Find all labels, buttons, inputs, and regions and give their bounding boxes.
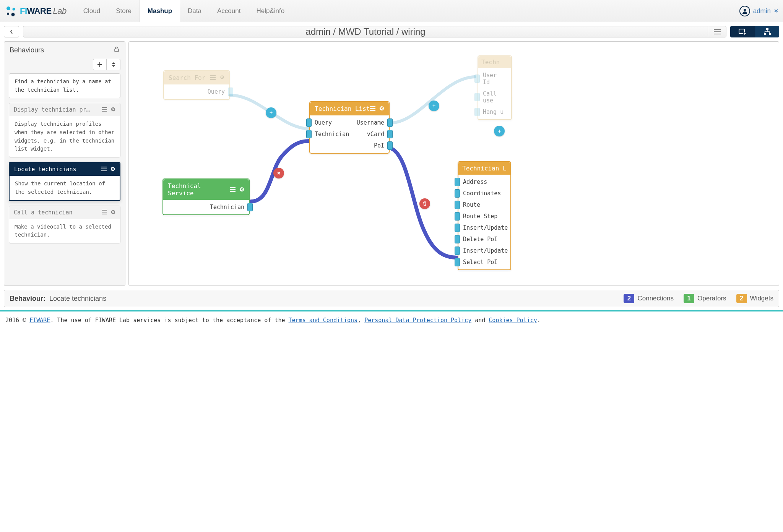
badge-count: 2 [624, 294, 634, 303]
close-icon[interactable] [110, 166, 115, 173]
svg-rect-10 [115, 49, 119, 52]
mode-add-button[interactable] [730, 26, 755, 37]
node-technical-service[interactable]: Technical Service Technician [162, 178, 250, 215]
chevron-down-icon [774, 7, 778, 15]
svg-point-0 [6, 6, 10, 10]
input-port[interactable] [474, 75, 480, 83]
delete-connection-button[interactable] [419, 198, 430, 209]
add-connection-button[interactable]: + [266, 107, 276, 118]
close-icon[interactable] [111, 209, 115, 216]
add-connection-button[interactable]: + [494, 126, 505, 136]
nav-data[interactable]: Data [180, 0, 210, 22]
node-techn-partial[interactable]: Techn User Id Call use Hang u [478, 55, 512, 120]
output-port[interactable] [387, 118, 393, 127]
badge-count: 1 [684, 294, 694, 303]
input-port[interactable] [455, 212, 460, 221]
behaviour-card[interactable]: Find a technician by a name at the techn… [9, 73, 120, 98]
top-nav: FIWARELab Cloud Store Mashup Data Accoun… [0, 0, 783, 22]
node-input: Call use [478, 88, 511, 106]
node-input: Route Step [458, 211, 510, 222]
behaviour-description: Display technician profiles when they ar… [9, 116, 120, 157]
drag-icon[interactable] [230, 186, 236, 193]
nav-cloud[interactable]: Cloud [76, 0, 108, 22]
toolbar: admin / MWD Tutorial / wiring [4, 26, 779, 37]
drag-icon[interactable] [101, 166, 107, 173]
drag-icon[interactable] [210, 74, 216, 81]
logo-icon [5, 5, 18, 18]
back-button[interactable] [4, 26, 19, 37]
behaviours-list[interactable]: Find a technician by a name at the techn… [4, 73, 125, 285]
close-icon[interactable] [239, 186, 244, 193]
node-output: Technician [163, 201, 249, 213]
input-port[interactable] [455, 258, 460, 266]
behaviour-title: Call a technician [14, 209, 73, 216]
delete-connection-button[interactable] [273, 168, 284, 178]
drag-icon[interactable] [102, 209, 107, 216]
output-port[interactable] [247, 203, 253, 211]
input-port[interactable] [455, 224, 460, 232]
input-port[interactable] [455, 247, 460, 255]
behaviour-card[interactable]: Display technician pr… Display technicia… [9, 103, 120, 157]
output-port[interactable] [387, 130, 393, 138]
node-input: Insert/Update [458, 222, 510, 234]
behaviours-panel: Behaviours Find a technician by a name a… [4, 41, 125, 286]
footer-link-fiware[interactable]: FIWARE [29, 317, 50, 324]
svg-point-2 [7, 13, 9, 15]
behaviour-description: Show the current location of the selecte… [10, 176, 120, 200]
drag-icon[interactable] [102, 106, 107, 113]
node-input: Query [315, 119, 332, 126]
node-output: vCard [367, 131, 384, 138]
stat-label: Widgets [750, 295, 773, 302]
logo-text: FIWARELab [20, 6, 67, 16]
gear-icon[interactable] [219, 74, 225, 81]
svg-rect-9 [769, 33, 771, 35]
nav-account[interactable]: Account [210, 0, 249, 22]
node-technician-l[interactable]: Technician L Address Coordinates Route R… [458, 161, 511, 270]
drag-icon[interactable] [370, 105, 375, 112]
add-connection-button[interactable]: + [429, 101, 439, 111]
node-search-for[interactable]: Search For Query [163, 70, 230, 100]
status-label: Behaviour: [10, 295, 45, 303]
nav-helpinfo[interactable]: Help&info [249, 0, 292, 22]
user-menu[interactable]: admin [739, 6, 778, 16]
unlock-icon[interactable] [114, 46, 120, 54]
add-behaviour-button[interactable] [93, 59, 107, 70]
input-port[interactable] [474, 93, 480, 101]
input-port[interactable] [455, 235, 460, 243]
close-icon[interactable] [111, 106, 115, 113]
badge-count: 2 [736, 294, 747, 303]
node-title: Technician L [462, 165, 507, 172]
node-input: Coordinates [458, 188, 510, 199]
stat-label: Operators [697, 295, 726, 302]
output-port[interactable] [228, 88, 233, 96]
footer-link-terms[interactable]: Terms and Conditions [289, 317, 358, 324]
behaviours-header: Behaviours [4, 42, 125, 59]
svg-rect-7 [766, 28, 768, 30]
breadcrumb-menu-button[interactable] [708, 26, 726, 37]
output-port[interactable] [387, 141, 393, 150]
behaviour-card-selected[interactable]: Locate technicians Show the current loca… [9, 162, 120, 201]
input-port[interactable] [474, 108, 480, 116]
nav-store[interactable]: Store [108, 0, 140, 22]
behaviour-card[interactable]: Call a technician Make a videocall to a … [9, 206, 120, 243]
close-icon[interactable] [379, 105, 384, 112]
input-port[interactable] [455, 178, 460, 186]
footer: 2016 © FIWARE. The use of FIWARE Lab ser… [0, 317, 783, 330]
mode-hierarchy-button[interactable] [755, 26, 779, 37]
input-port[interactable] [306, 130, 312, 138]
footer-link-privacy[interactable]: Personal Data Protection Policy [364, 317, 471, 324]
user-icon [739, 6, 750, 16]
nav-mashup[interactable]: Mashup [140, 0, 180, 22]
input-port[interactable] [306, 118, 312, 127]
svg-point-3 [11, 13, 15, 16]
input-port[interactable] [455, 201, 460, 209]
footer-link-cookies[interactable]: Cookies Policy [489, 317, 537, 324]
sort-behaviours-button[interactable] [107, 59, 120, 70]
wiring-canvas[interactable]: + + + Search For Query [128, 41, 779, 286]
mode-toggle [730, 26, 779, 37]
input-port[interactable] [455, 189, 460, 198]
node-technician-list[interactable]: Technician List Query Username [309, 101, 390, 154]
workspace: Behaviours Find a technician by a name a… [4, 41, 779, 286]
svg-point-15 [222, 77, 223, 78]
breadcrumb-bar: admin / MWD Tutorial / wiring [23, 26, 726, 37]
